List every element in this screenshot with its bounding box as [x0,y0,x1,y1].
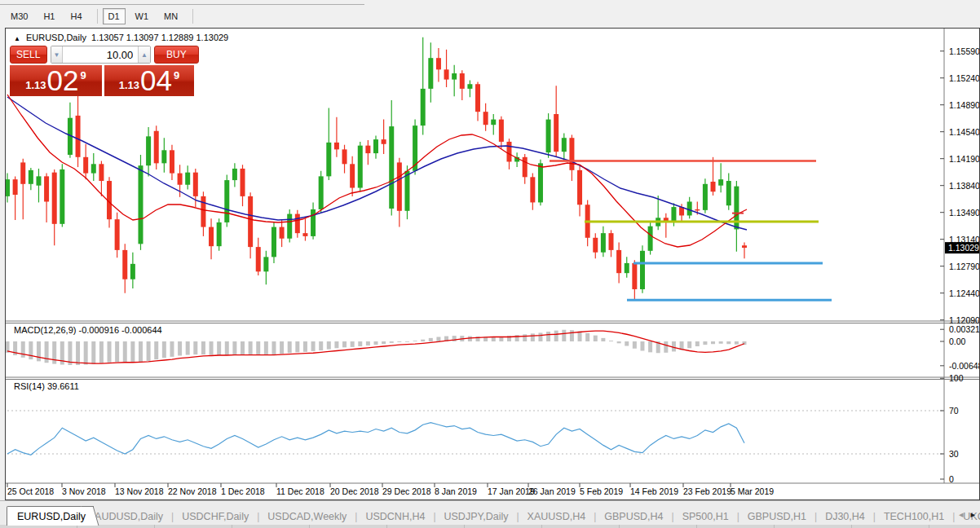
timeframe-button-m30[interactable]: M30 [5,8,33,24]
candle-body [382,139,386,144]
chart-window[interactable]: 1.155901.152401.148901.145401.141901.138… [5,28,980,500]
toolbar-separator [97,9,98,24]
candle-body [365,146,370,153]
macd-histogram-bar [271,341,276,354]
tab-scroll-right-icon[interactable]: ▸ [970,509,975,520]
tab-scroll-left-icon[interactable]: ◂ [959,509,964,520]
candle-body [122,250,127,279]
sell-button[interactable]: SELL [10,46,47,64]
buy-button[interactable]: BUY [154,46,199,64]
candle-body [687,201,692,215]
chart-canvas[interactable]: 1.155901.152401.148901.145401.141901.138… [6,29,979,499]
macd-histogram-bar [609,341,613,341]
macd-histogram-bar [397,341,401,342]
macd-histogram-bar [288,341,292,353]
rsi-indicator-label: RSI(14) 39.6611 [14,381,79,391]
macd-histogram-bar [711,341,715,344]
candle-body [452,73,457,80]
candle-body [428,58,433,89]
macd-histogram-bar [210,341,214,355]
buy-price-button[interactable]: 1.13 04 9 [104,65,194,96]
symbol-tab-usdchf-daily[interactable]: USDCHF,Daily [179,507,252,526]
x-axis-label: 26 Jan 2019 [528,486,576,496]
volume-spinner: ▼ ▲ [51,46,151,64]
symbol-tab-usdcnh-h4[interactable]: USDCNH,H4 [362,507,428,526]
symbol-tab-gbpusd-h1[interactable]: GBPUSD,H1 [744,507,810,526]
macd-histogram-bar [664,341,668,353]
buy-price-pip: 9 [174,69,179,81]
timeframe-button-h1[interactable]: H1 [38,8,60,24]
candle-body [280,227,285,239]
candle-body [413,125,417,171]
x-axis-label: 25 Oct 2018 [7,486,54,496]
y-axis-label: 1.12440 [949,288,979,298]
tab-separator: | [589,507,601,526]
macd-axis-label: -0.006485 [949,361,979,371]
symbol-tab-usdcad-weekly[interactable]: USDCAD,Weekly [264,507,350,526]
timeframe-button-d1[interactable]: D1 [103,8,126,24]
candle-body [161,150,166,163]
symbol-tab-xauusd-h4[interactable]: XAUUSD,H4 [524,507,589,526]
bottom-scrollbar[interactable] [0,525,980,528]
sell-price-main: 02 [47,66,79,95]
sell-price-button[interactable]: 1.13 02 9 [10,65,102,96]
chart-ohlc-values: 1.13057 1.13097 1.12889 1.13029 [91,33,228,42]
x-axis-label: 1 Dec 2018 [221,486,265,496]
candle-body [523,157,528,178]
current-price-value: 1.13029 [948,243,979,253]
symbol-tab-sp500-h1[interactable]: SP500,H1 [679,507,732,526]
macd-histogram-bar [232,341,236,355]
x-axis-label: 22 Nov 2018 [168,486,217,496]
timeframe-button-w1[interactable]: W1 [130,8,155,24]
symbol-tab-dj30-h4[interactable]: DJ30,H4 [822,507,868,526]
macd-histogram-bar [29,341,33,359]
toolbar-separator [192,9,193,24]
tab-separator: | [350,507,362,526]
macd-histogram-bar [139,341,143,362]
symbol-tab-audusd-daily[interactable]: AUDUSD,Daily [91,507,166,526]
symbol-tab-gbpusd-h4[interactable]: GBPUSD,H4 [601,507,666,526]
candle-body [718,179,723,186]
timeframe-button-mn[interactable]: MN [158,8,183,24]
candle-body [342,149,347,164]
sell-price-prefix: 1.13 [25,79,46,91]
candle-body [491,120,496,125]
tab-separator: | [667,507,679,526]
macd-histogram-bar [123,341,127,362]
macd-histogram-bar [91,341,95,364]
candle-body [311,209,316,236]
macd-histogram-bar [640,341,644,351]
symbol-tab-eurusd-daily[interactable]: EURUSD,Daily [7,506,91,526]
candle-body [83,157,88,174]
candle-body [326,143,331,176]
candle-body [319,176,324,209]
tab-separator: | [166,507,179,526]
candle-body [530,177,535,202]
macd-histogram-bar [162,341,166,358]
timeframe-button-h4[interactable]: H4 [64,8,87,24]
macd-histogram-bar [468,337,472,341]
x-axis-label: 13 Nov 2018 [115,486,164,496]
volume-increase-button[interactable]: ▲ [138,46,150,63]
candle-body [554,114,558,152]
volume-decrease-button[interactable]: ▼ [51,46,64,63]
candle-body [404,171,409,211]
candle-body [616,250,621,273]
rsi-axis-label: 30 [949,449,959,459]
candle-body [609,233,614,250]
candle-body [334,143,339,149]
candle-body [209,227,214,247]
collapse-icon[interactable]: ▲ [14,35,20,42]
macd-histogram-bar [217,341,221,355]
symbol-tab-usdjpy-daily[interactable]: USDJPY,Daily [441,507,512,526]
macd-histogram-bar [319,341,323,350]
chevron-down-icon: ▼ [53,51,60,59]
macd-histogram-bar [366,341,370,345]
macd-histogram-bar [351,341,355,347]
volume-input[interactable] [63,46,138,63]
macd-histogram-bar [130,341,135,363]
candle-body [726,181,731,205]
candle-body [671,207,676,222]
symbol-tab-tech100-h1[interactable]: TECH100,H1 [881,507,947,526]
chevron-up-icon: ▲ [141,51,148,59]
